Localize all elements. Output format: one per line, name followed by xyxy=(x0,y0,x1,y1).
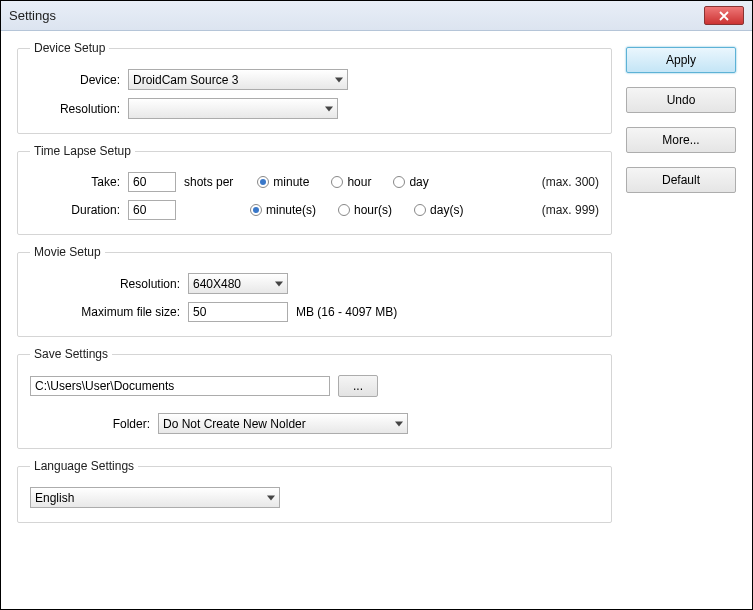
radio-icon xyxy=(257,176,269,188)
maxsize-input[interactable] xyxy=(188,302,288,322)
titlebar: Settings xyxy=(1,1,752,31)
left-column: Device Setup Device: DroidCam Source 3 R… xyxy=(17,41,612,593)
maxsize-hint: MB (16 - 4097 MB) xyxy=(296,305,397,319)
radio-icon xyxy=(250,204,262,216)
duration-label: Duration: xyxy=(30,203,120,217)
save-settings-group: Save Settings ... Folder: Do Not Create … xyxy=(17,347,612,449)
folder-value: Do Not Create New Nolder xyxy=(163,417,306,431)
language-value: English xyxy=(35,491,74,505)
movie-setup-group: Movie Setup Resolution: 640X480 Maximum … xyxy=(17,245,612,337)
device-setup-group: Device Setup Device: DroidCam Source 3 R… xyxy=(17,41,612,134)
radio-icon xyxy=(414,204,426,216)
movie-resolution-combobox[interactable]: 640X480 xyxy=(188,273,288,294)
device-label: Device: xyxy=(30,73,120,87)
radio-icon xyxy=(338,204,350,216)
apply-button[interactable]: Apply xyxy=(626,47,736,73)
take-input[interactable] xyxy=(128,172,176,192)
duration-max-hint: (max. 999) xyxy=(542,203,599,217)
radio-icon xyxy=(331,176,343,188)
content-area: Device Setup Device: DroidCam Source 3 R… xyxy=(1,31,752,609)
duration-minutes-radio[interactable]: minute(s) xyxy=(250,203,316,217)
device-combobox[interactable]: DroidCam Source 3 xyxy=(128,69,348,90)
undo-button[interactable]: Undo xyxy=(626,87,736,113)
duration-hours-radio[interactable]: hour(s) xyxy=(338,203,392,217)
take-day-radio[interactable]: day xyxy=(393,175,428,189)
duration-days-radio[interactable]: day(s) xyxy=(414,203,463,217)
folder-combobox[interactable]: Do Not Create New Nolder xyxy=(158,413,408,434)
take-hour-radio[interactable]: hour xyxy=(331,175,371,189)
duration-input[interactable] xyxy=(128,200,176,220)
timelapse-legend: Time Lapse Setup xyxy=(30,144,135,158)
close-button[interactable] xyxy=(704,6,744,25)
browse-button[interactable]: ... xyxy=(338,375,378,397)
save-path-input[interactable] xyxy=(30,376,330,396)
more-button[interactable]: More... xyxy=(626,127,736,153)
shots-per-text: shots per xyxy=(184,175,233,189)
take-minute-radio[interactable]: minute xyxy=(257,175,309,189)
language-settings-group: Language Settings English xyxy=(17,459,612,523)
radio-icon xyxy=(393,176,405,188)
window-title: Settings xyxy=(9,8,704,23)
settings-window: Settings Device Setup Device: DroidCam S… xyxy=(0,0,753,610)
movie-legend: Movie Setup xyxy=(30,245,105,259)
timelapse-setup-group: Time Lapse Setup Take: shots per minute … xyxy=(17,144,612,235)
folder-label: Folder: xyxy=(30,417,150,431)
language-combobox[interactable]: English xyxy=(30,487,280,508)
save-legend: Save Settings xyxy=(30,347,112,361)
device-setup-legend: Device Setup xyxy=(30,41,109,55)
take-max-hint: (max. 300) xyxy=(542,175,599,189)
default-button[interactable]: Default xyxy=(626,167,736,193)
device-resolution-label: Resolution: xyxy=(30,102,120,116)
close-icon xyxy=(719,11,729,21)
device-value: DroidCam Source 3 xyxy=(133,73,238,87)
right-column: Apply Undo More... Default xyxy=(626,41,736,593)
language-legend: Language Settings xyxy=(30,459,138,473)
take-label: Take: xyxy=(30,175,120,189)
device-resolution-combobox[interactable] xyxy=(128,98,338,119)
movie-resolution-value: 640X480 xyxy=(193,277,241,291)
maxsize-label: Maximum file size: xyxy=(30,305,180,319)
movie-resolution-label: Resolution: xyxy=(30,277,180,291)
